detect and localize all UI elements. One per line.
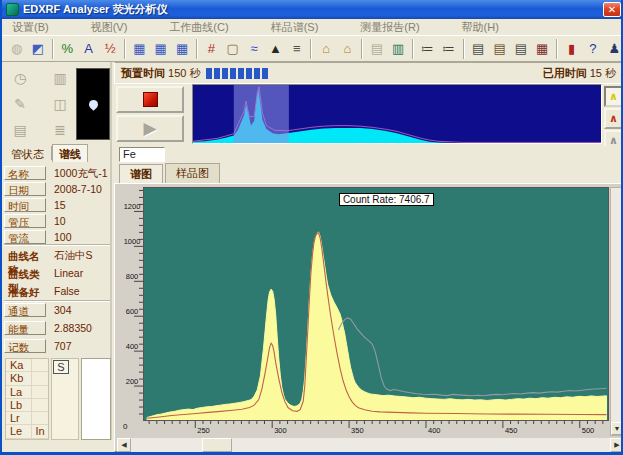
- line-value: [32, 359, 48, 371]
- overview-reference-spectrum-button[interactable]: ∧: [604, 108, 623, 129]
- progress-segment: [254, 68, 260, 79]
- fraction-icon[interactable]: ½: [100, 38, 119, 60]
- grid-tool-1-icon[interactable]: ▦: [130, 38, 149, 60]
- progress-segment: [206, 68, 212, 79]
- user-icon[interactable]: ♟: [605, 38, 623, 60]
- y-axis-ruler: 20040060080010001200: [120, 187, 143, 421]
- menu-item-2[interactable]: 工作曲线(C): [159, 20, 238, 35]
- measured-spectrum: [147, 232, 606, 420]
- field-label: 记数: [4, 339, 46, 353]
- font-scale-icon[interactable]: A: [79, 38, 98, 60]
- copy-pages-icon[interactable]: ▤: [367, 38, 386, 60]
- grid-tool-3-icon[interactable]: ▦: [172, 38, 191, 60]
- overview-current-spectrum-button[interactable]: ∧: [604, 86, 623, 107]
- menu-item-5[interactable]: 帮助(H): [452, 20, 509, 35]
- field-label: 曲线名称: [4, 248, 50, 262]
- bullet-list-1-icon[interactable]: ≔: [418, 38, 437, 60]
- overview-selection-band: [234, 85, 289, 143]
- main-tab-1[interactable]: 样品图: [165, 163, 220, 183]
- field-row: 时间15: [4, 198, 110, 213]
- home-1-icon[interactable]: ⌂: [316, 38, 335, 60]
- tool-a-icon-button: ▥: [46, 66, 74, 90]
- peak-search-icon[interactable]: #: [202, 38, 221, 60]
- menu-item-4[interactable]: 测量报告(R): [350, 20, 429, 35]
- scroll-down-icon[interactable]: ▼: [611, 422, 623, 435]
- line-table-row: Kb: [6, 372, 48, 385]
- svg-text:1000: 1000: [124, 237, 141, 246]
- grid-tool-2-icon[interactable]: ▦: [151, 38, 170, 60]
- left-tab-1[interactable]: 谱线: [52, 144, 88, 162]
- context-help-icon[interactable]: ?: [583, 38, 602, 60]
- small-list-icon[interactable]: ≡: [287, 38, 306, 60]
- svg-text:350: 350: [351, 426, 364, 435]
- line-label: Lb: [6, 399, 32, 411]
- spectrum-overview[interactable]: [192, 84, 602, 144]
- triangle-peak-icon[interactable]: ▲: [266, 38, 285, 60]
- left-tab-0[interactable]: 管状态: [4, 144, 51, 162]
- menu-item-3[interactable]: 样品谱(S): [261, 20, 329, 35]
- line-table-row: LeIn: [6, 425, 48, 438]
- svg-text:450: 450: [505, 426, 518, 435]
- scroll-right-icon[interactable]: ▶: [610, 438, 623, 452]
- line-value: In: [32, 425, 48, 437]
- count-rate-annotation: Count Rate: 7406.7: [339, 193, 434, 206]
- app-icon: [6, 3, 19, 16]
- svg-text:1200: 1200: [124, 202, 141, 211]
- close-button[interactable]: ✕: [603, 2, 621, 17]
- vertical-scrollbar[interactable]: ▼: [610, 187, 623, 436]
- stop-button[interactable]: [116, 86, 184, 113]
- sphere-icon[interactable]: ◍: [7, 38, 26, 60]
- field-row: 准备好False: [4, 284, 110, 299]
- scroll-left-icon[interactable]: ◀: [117, 438, 131, 452]
- pen-icon-button: ✎: [6, 92, 34, 116]
- timers-bar: 预置时间 150 秒 已用时间 15 秒: [114, 62, 623, 84]
- toolbar-separator: [52, 39, 54, 59]
- element-list[interactable]: S: [51, 358, 79, 440]
- menu-item-1[interactable]: 视图(V): [81, 20, 138, 35]
- field-value: False: [54, 285, 80, 297]
- window-title: EDXRF Analyser 荧光分析仪: [23, 2, 603, 17]
- toolbar: ◍◩%A½▦▦▦#▢≈▲≡⌂⌂▤▥≔≔▤▤▤▦▮?♟: [2, 35, 623, 62]
- svg-text:400: 400: [428, 426, 441, 435]
- scrollbar-thumb[interactable]: [202, 438, 232, 452]
- main-tab-0[interactable]: 谱图: [119, 164, 163, 184]
- field-value: 2.88350: [54, 322, 92, 334]
- green-calculator-icon[interactable]: ▥: [389, 38, 408, 60]
- element-input[interactable]: Fe: [119, 147, 165, 162]
- print-preview-icon[interactable]: ▤: [490, 38, 509, 60]
- droplet-icon: [87, 98, 100, 111]
- clock-icon-button: ◷: [6, 66, 34, 90]
- line-table-row: Lb: [6, 399, 48, 412]
- print-icon[interactable]: ▤: [469, 38, 488, 60]
- line-table-row: La: [6, 386, 48, 399]
- line-label: Le: [6, 425, 32, 437]
- percent-icon[interactable]: %: [58, 38, 77, 60]
- wave-chart-icon[interactable]: ≈: [244, 38, 263, 60]
- line-label: Ka: [6, 359, 32, 371]
- palette-icon[interactable]: ◩: [28, 38, 47, 60]
- spectrum-plot[interactable]: Count Rate: 7406.7: [143, 187, 609, 421]
- print-setup-icon[interactable]: ▤: [511, 38, 530, 60]
- svg-text:200: 200: [126, 377, 139, 386]
- region-select-icon[interactable]: ▢: [223, 38, 242, 60]
- element-list-item[interactable]: S: [53, 360, 69, 374]
- field-row: 记数707: [4, 339, 110, 354]
- svg-text:300: 300: [274, 426, 287, 435]
- toolbar-separator: [124, 39, 126, 59]
- progress-segment: [246, 68, 252, 79]
- field-value: Linear: [54, 267, 83, 279]
- element-field-strip: Fe: [114, 146, 623, 163]
- field-label: 能量: [4, 321, 46, 335]
- bullet-list-2-icon[interactable]: ≔: [439, 38, 458, 60]
- calculator-icon[interactable]: ▦: [533, 38, 552, 60]
- svg-text:250: 250: [197, 426, 210, 435]
- horizontal-scrollbar[interactable]: ◀ ▶: [117, 438, 623, 452]
- play-button[interactable]: ▶: [116, 115, 184, 142]
- help-book-icon[interactable]: ▮: [562, 38, 581, 60]
- field-value: 2008-7-10: [54, 183, 102, 195]
- preset-time-value: 150: [168, 67, 186, 79]
- x-axis-ruler: 250300350400450500: [143, 421, 609, 436]
- sheet-icon-button: ▤: [6, 118, 34, 142]
- home-2-icon[interactable]: ⌂: [338, 38, 357, 60]
- menu-item-0[interactable]: 设置(B): [2, 20, 59, 35]
